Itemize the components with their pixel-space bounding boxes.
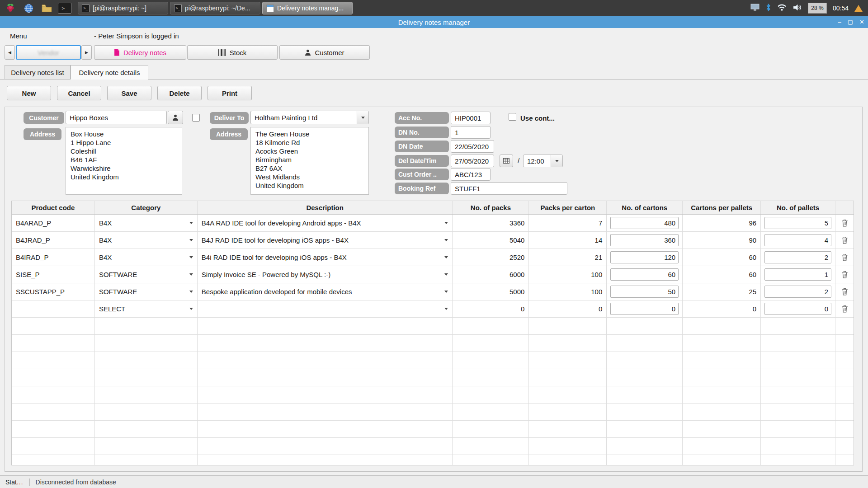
- no-of-cartons-input[interactable]: 360: [610, 234, 679, 246]
- taskbar-window-terminal-2[interactable]: >_ pi@raspberrypi: ~/De...: [170, 2, 260, 14]
- wifi-icon[interactable]: [777, 4, 787, 13]
- stock-module-button[interactable]: Stock: [187, 45, 278, 60]
- delete-row-button[interactable]: [835, 232, 854, 249]
- maximize-button[interactable]: ▢: [848, 16, 853, 28]
- delete-row-button[interactable]: [835, 266, 854, 283]
- delete-row-button[interactable]: [835, 215, 854, 231]
- menu-button[interactable]: Menu: [10, 32, 27, 40]
- no-of-cartons-input[interactable]: 120: [610, 251, 679, 263]
- no-of-pallets-input[interactable]: 1: [764, 268, 831, 281]
- cell-category-combo[interactable]: SOFTWARE: [95, 266, 198, 283]
- empty-table-row: [12, 352, 854, 369]
- empty-cell: [198, 386, 453, 403]
- volume-icon[interactable]: [793, 4, 802, 13]
- taskbar-window-delivery-notes[interactable]: Delivery notes manag...: [262, 2, 353, 14]
- cpu-monitor[interactable]: 28 %: [808, 3, 827, 14]
- customer-input[interactable]: Hippo Boxes: [66, 111, 167, 124]
- customer-value: Hippo Boxes: [70, 114, 108, 122]
- cell-product-code[interactable]: SISE_P: [12, 266, 95, 283]
- del-date-input[interactable]: 27/05/2020: [451, 155, 494, 167]
- window-titlebar[interactable]: Delivery notes manager – ▢ ✕: [0, 16, 868, 28]
- date-picker-button[interactable]: [500, 155, 513, 167]
- del-time-dropdown-button[interactable]: [551, 155, 562, 167]
- delete-button[interactable]: Delete: [157, 86, 202, 100]
- no-of-pallets-input[interactable]: 2: [764, 251, 831, 263]
- nav-module-button-blurred[interactable]: Vendor: [16, 45, 81, 60]
- nav-prev-button[interactable]: ◀: [5, 45, 15, 60]
- delete-row-button[interactable]: [835, 249, 854, 266]
- status-message: Disconnected from database: [36, 479, 116, 486]
- no-of-pallets-input[interactable]: 0: [764, 303, 831, 315]
- taskbar-clock[interactable]: 00:54: [833, 5, 849, 12]
- customer-module-button[interactable]: Customer: [279, 45, 370, 60]
- empty-cell: [198, 352, 453, 369]
- cell-product-code[interactable]: B4ARAD_P: [12, 215, 95, 231]
- tab-delivery-notes-list[interactable]: Delivery notes list: [5, 65, 71, 80]
- no-of-cartons-input[interactable]: 480: [610, 217, 679, 229]
- login-status-text: - Peter Simpson is logged in: [94, 32, 179, 40]
- cust-order-input[interactable]: ABC/123: [451, 168, 491, 181]
- cell-no-of-packs: 5040: [453, 232, 529, 249]
- cancel-button[interactable]: Cancel: [57, 86, 101, 100]
- print-button[interactable]: Print: [208, 86, 252, 100]
- display-icon[interactable]: [750, 4, 760, 13]
- deliver-to-value: Holtham Painting Ltd: [251, 111, 357, 124]
- no-of-pallets-input[interactable]: 4: [764, 234, 831, 246]
- raspberry-menu-icon[interactable]: [4, 2, 17, 14]
- cell-category-combo[interactable]: SOFTWARE: [95, 283, 198, 300]
- nav-next-button[interactable]: ▶: [81, 45, 92, 60]
- use-contact-checkbox[interactable]: [509, 113, 516, 121]
- warning-icon: [854, 5, 863, 12]
- save-button[interactable]: Save: [107, 86, 151, 100]
- del-time-combobox[interactable]: 12:00: [523, 155, 563, 167]
- booking-ref-input[interactable]: STUFF1: [451, 182, 567, 195]
- tab-delivery-note-details[interactable]: Delivery note details: [71, 65, 148, 80]
- no-of-cartons-input[interactable]: 0: [610, 303, 679, 315]
- cell-description-combo[interactable]: B4i RAD IDE tool for developing iOS apps…: [198, 249, 453, 266]
- no-of-pallets-input[interactable]: 5: [764, 217, 831, 229]
- cell-category-combo[interactable]: B4X: [95, 232, 198, 249]
- minimize-button[interactable]: –: [838, 16, 841, 28]
- delete-row-button[interactable]: [835, 300, 854, 317]
- delete-row-button[interactable]: [835, 283, 854, 300]
- cell-product-code[interactable]: SSCUSTAPP_P: [12, 283, 95, 300]
- cell-description-combo[interactable]: Bespoke application developed for mobile…: [198, 283, 453, 300]
- delivery-notes-module-button[interactable]: Delivery notes: [94, 45, 186, 60]
- cell-description-combo[interactable]: B4J RAD IDE tool for developing iOS apps…: [198, 232, 453, 249]
- acc-no-input[interactable]: HIP0001: [451, 112, 491, 124]
- column-header: No. of cartons: [607, 201, 683, 214]
- file-manager-icon[interactable]: [40, 2, 53, 14]
- cell-description-combo[interactable]: Simply Invoice SE - Powered by MySQL :-): [198, 266, 453, 283]
- column-header: No. of packs: [453, 201, 529, 214]
- deliver-to-dropdown-button[interactable]: [357, 111, 368, 124]
- customer-lookup-button[interactable]: [168, 111, 183, 124]
- cell-description-combo[interactable]: [198, 300, 453, 317]
- cell-product-code[interactable]: B4IRAD_P: [12, 249, 95, 266]
- empty-cell: [12, 318, 95, 334]
- no-of-cartons-input[interactable]: 60: [610, 268, 679, 281]
- cell-category-combo[interactable]: B4X: [95, 215, 198, 231]
- dn-no-input[interactable]: 1: [451, 126, 491, 139]
- cell-product-code[interactable]: B4JRAD_P: [12, 232, 95, 249]
- items-table: Product codeCategoryDescriptionNo. of pa…: [11, 201, 854, 465]
- empty-cell: [453, 352, 529, 369]
- bluetooth-icon[interactable]: [765, 3, 771, 14]
- cell-category-combo[interactable]: B4X: [95, 249, 198, 266]
- new-button[interactable]: New: [7, 86, 51, 100]
- deliver-to-combobox[interactable]: Holtham Painting Ltd: [250, 111, 369, 124]
- terminal-launcher-icon[interactable]: >_: [58, 2, 71, 14]
- browser-globe-icon[interactable]: [22, 2, 35, 14]
- cell-category-combo[interactable]: SELECT: [95, 300, 198, 317]
- cust-order-badge: Cust Order ..: [395, 169, 449, 180]
- empty-cell: [683, 421, 761, 437]
- dn-date-input[interactable]: 22/05/2020: [451, 140, 494, 153]
- no-of-pallets-input[interactable]: 2: [764, 286, 831, 298]
- close-button[interactable]: ✕: [859, 16, 864, 28]
- empty-cell: [529, 386, 607, 403]
- taskbar-window-terminal-1[interactable]: >_ [pi@raspberrypi: ~]: [78, 2, 168, 14]
- empty-table-row: [12, 386, 854, 404]
- cell-product-code[interactable]: [12, 300, 95, 317]
- no-of-cartons-input[interactable]: 50: [610, 286, 679, 298]
- cell-description-combo[interactable]: B4A RAD IDE tool for developing Android …: [198, 215, 453, 231]
- customer-checkbox[interactable]: [192, 114, 200, 122]
